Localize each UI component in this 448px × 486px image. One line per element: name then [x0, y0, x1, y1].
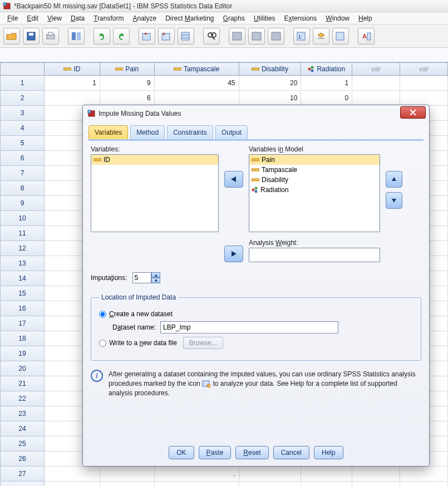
row-number[interactable]: 3 — [0, 106, 45, 121]
find-button[interactable] — [203, 28, 220, 45]
cancel-button[interactable]: Cancel — [273, 446, 309, 459]
cell[interactable]: 10 — [239, 91, 302, 106]
menu-transform[interactable]: Transform — [90, 13, 127, 23]
model-listbox[interactable]: Pain Tampascale Disability Radiation — [249, 154, 380, 232]
redo-button[interactable] — [113, 28, 130, 45]
move-to-model-button[interactable] — [224, 171, 243, 188]
cell[interactable]: 45 — [155, 76, 239, 91]
row-number[interactable]: 7 — [0, 166, 45, 181]
row-number[interactable]: 11 — [0, 226, 45, 241]
recall-dialog-button[interactable] — [68, 28, 85, 45]
value-labels-button[interactable]: 1 — [293, 28, 310, 45]
row-number[interactable]: 12 — [0, 241, 45, 256]
row-number[interactable]: 21 — [0, 376, 45, 391]
row-number[interactable]: 10 — [0, 211, 45, 226]
spinner-up-button[interactable]: ▲ — [151, 272, 160, 278]
imputations-spinner[interactable]: ▲ ▼ — [132, 272, 160, 283]
col-header-id[interactable]: ID — [45, 62, 100, 76]
cell[interactable] — [400, 482, 448, 486]
row-number[interactable]: 16 — [0, 301, 45, 316]
move-to-weight-button[interactable] — [224, 246, 243, 262]
menu-help[interactable]: Help — [355, 13, 376, 23]
tab-variables[interactable]: Variables — [88, 125, 128, 139]
menu-analyze[interactable]: Analyze — [129, 13, 160, 23]
ok-button[interactable]: OK — [169, 446, 194, 459]
row-number[interactable]: 13 — [0, 256, 45, 271]
paste-button[interactable]: Paste — [199, 446, 232, 459]
cell[interactable]: 20 — [239, 76, 302, 91]
menu-file[interactable]: File — [3, 13, 22, 23]
variables-button[interactable] — [178, 28, 194, 45]
cell[interactable] — [45, 467, 100, 482]
cell[interactable] — [155, 91, 239, 106]
cell[interactable]: 28 — [45, 482, 100, 486]
help-button[interactable]: Help — [314, 446, 343, 459]
goto-case-button[interactable] — [139, 28, 155, 45]
menu-edit[interactable]: Edit — [23, 13, 42, 23]
spinner-down-button[interactable]: ▼ — [151, 278, 160, 283]
col-header-radiation[interactable]: Radiation — [301, 62, 352, 76]
row-number[interactable]: 20 — [0, 361, 45, 376]
list-item[interactable]: Pain — [249, 155, 380, 165]
row-number[interactable]: 27 — [0, 467, 45, 482]
menu-graphs[interactable]: Graphs — [219, 13, 249, 23]
list-item[interactable]: Disability — [249, 175, 380, 185]
row-number[interactable]: 17 — [0, 316, 45, 331]
cell[interactable]: 3 — [100, 482, 155, 486]
variables-listbox[interactable]: ID — [91, 154, 219, 232]
tab-output[interactable]: Output — [215, 125, 248, 139]
save-button[interactable] — [23, 28, 40, 45]
menu-utilities[interactable]: Utilities — [250, 13, 279, 23]
cell[interactable] — [352, 467, 400, 482]
split-file-button[interactable] — [229, 28, 245, 45]
list-item[interactable]: ID — [91, 155, 218, 165]
list-item[interactable]: Tampascale — [249, 165, 380, 175]
open-button[interactable] — [3, 28, 20, 45]
cell[interactable]: 6 — [100, 91, 155, 106]
cell[interactable] — [239, 482, 302, 486]
customize-button[interactable] — [332, 28, 349, 45]
row-number[interactable]: 6 — [0, 151, 45, 166]
write-file-radio[interactable] — [99, 340, 106, 347]
goto-variable-button[interactable] — [158, 28, 175, 45]
cell[interactable] — [239, 467, 302, 482]
tab-method[interactable]: Method — [130, 125, 165, 139]
dataset-name-input[interactable] — [160, 321, 338, 333]
row-number[interactable]: 2 — [0, 91, 45, 106]
row-number[interactable]: 19 — [0, 346, 45, 361]
menu-direct-marketing[interactable]: Direct Marketing — [161, 13, 218, 23]
row-number[interactable]: 15 — [0, 286, 45, 301]
imputations-input[interactable] — [132, 272, 151, 283]
cell[interactable]: . — [155, 467, 239, 482]
select-cases-button[interactable] — [268, 28, 284, 45]
cell[interactable]: 0 — [301, 91, 352, 106]
cell[interactable] — [352, 76, 400, 91]
row-number[interactable]: 26 — [0, 451, 45, 467]
row-number[interactable]: 8 — [0, 181, 45, 196]
cell[interactable]: 9 — [100, 76, 155, 91]
cell[interactable]: 1 — [301, 76, 352, 91]
cell[interactable]: 1 — [301, 482, 352, 486]
col-header-tampascale[interactable]: Tampascale — [155, 62, 239, 76]
row-number[interactable]: 23 — [0, 406, 45, 421]
cell[interactable] — [400, 467, 448, 482]
row-number[interactable]: 9 — [0, 196, 45, 211]
cell[interactable] — [301, 467, 352, 482]
row-number[interactable]: 14 — [0, 271, 45, 286]
cell[interactable] — [45, 91, 100, 106]
row-number[interactable]: 24 — [0, 421, 45, 436]
col-header-empty[interactable]: var — [400, 62, 448, 76]
cell[interactable] — [400, 91, 448, 106]
cell[interactable] — [352, 482, 400, 486]
print-button[interactable] — [42, 28, 59, 45]
grid-corner[interactable] — [0, 62, 45, 76]
create-dataset-radio[interactable] — [99, 311, 106, 318]
tab-constraints[interactable]: Constraints — [167, 125, 213, 139]
col-header-disability[interactable]: Disability — [239, 62, 302, 76]
row-number[interactable]: 22 — [0, 391, 45, 406]
move-down-button[interactable] — [386, 192, 402, 209]
menu-window[interactable]: Window — [322, 13, 353, 23]
undo-button[interactable] — [93, 28, 110, 45]
row-number[interactable]: 25 — [0, 436, 45, 451]
col-header-empty[interactable]: var — [352, 62, 400, 76]
